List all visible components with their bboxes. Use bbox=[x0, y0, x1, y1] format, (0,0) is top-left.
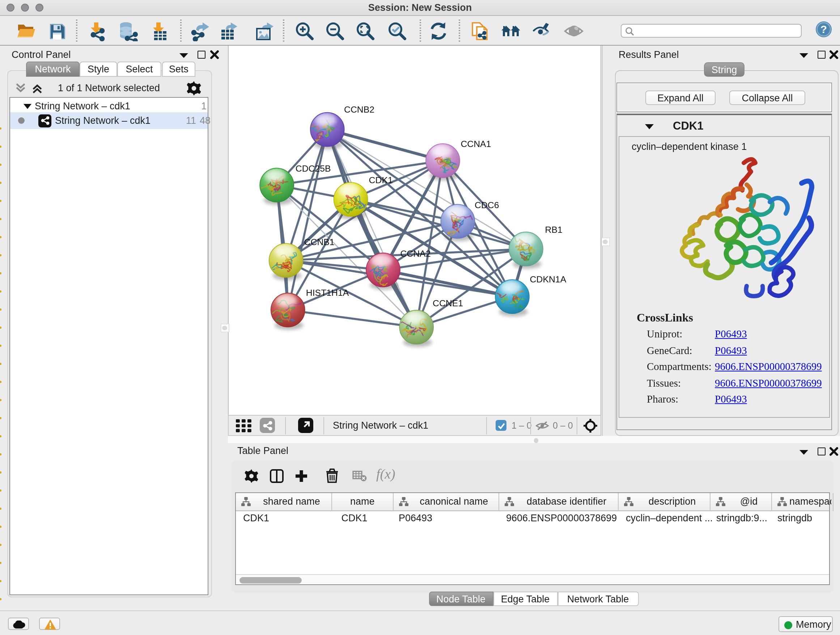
svg-text:CDC6: CDC6 bbox=[475, 200, 499, 210]
svg-text:CCNE1: CCNE1 bbox=[433, 298, 463, 308]
svg-text:HIST1H1A: HIST1H1A bbox=[306, 288, 349, 298]
svg-text:RB1: RB1 bbox=[545, 225, 562, 234]
svg-text:CDKN1A: CDKN1A bbox=[530, 274, 567, 284]
svg-text:CCNA2: CCNA2 bbox=[400, 249, 431, 258]
svg-text:CDK1: CDK1 bbox=[369, 175, 393, 185]
svg-text:CCNA1: CCNA1 bbox=[461, 139, 491, 149]
svg-text:CCNB2: CCNB2 bbox=[344, 105, 374, 114]
svg-text:CCNB1: CCNB1 bbox=[304, 237, 335, 247]
svg-text:?: ? bbox=[821, 23, 827, 35]
svg-text:CDC25B: CDC25B bbox=[295, 164, 331, 173]
